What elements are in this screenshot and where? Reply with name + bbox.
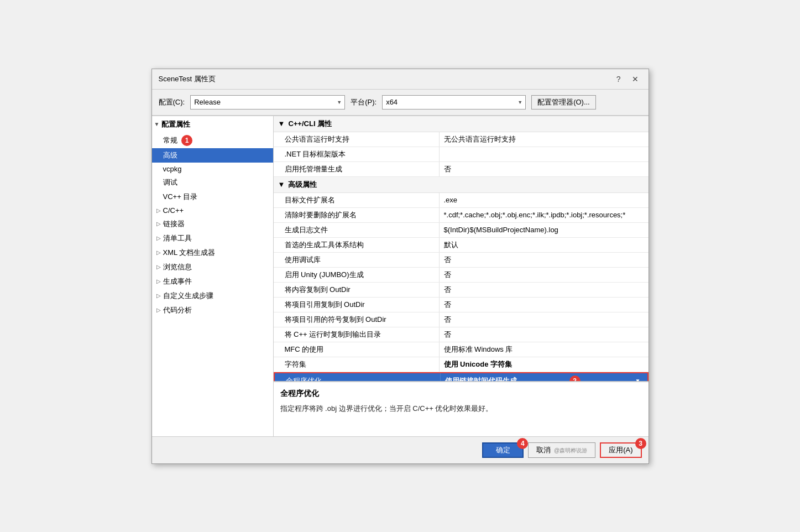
section-title: 高级属性 xyxy=(288,180,317,190)
platform-select[interactable]: x64 xyxy=(382,95,526,109)
tree-item-label: C/C++ xyxy=(163,206,184,215)
prop-name: 将内容复制到 OutDir xyxy=(274,283,440,297)
tree-item-vc-dirs[interactable]: VC++ 目录 xyxy=(152,190,273,204)
prop-value: 使用 Unicode 字符集 xyxy=(440,357,649,372)
prop-value: 否 xyxy=(440,327,649,342)
ok-button[interactable]: 确定 4 xyxy=(482,442,524,458)
expand-icon: ▷ xyxy=(156,207,161,213)
tree-section-code-analysis[interactable]: ▷ 代码分析 xyxy=(152,303,273,317)
tree-section-browse[interactable]: ▷ 浏览信息 xyxy=(152,260,273,274)
section-label: 配置属性 xyxy=(161,119,190,129)
prop-row-debuglib[interactable]: 使用调试库 否 xyxy=(274,253,649,268)
prop-row-log[interactable]: 生成日志文件 $(IntDir)$(MSBuildProjectName).lo… xyxy=(274,223,649,238)
tree-item-label: 生成事件 xyxy=(163,277,192,286)
apply-button[interactable]: 应用(A) 3 xyxy=(600,442,641,458)
prop-row-charset[interactable]: 字符集 使用 Unicode 字符集 xyxy=(274,357,649,372)
window-title: SceneTest 属性页 xyxy=(159,74,216,84)
prop-name: 目标文件扩展名 xyxy=(274,193,440,207)
expand-icon: ▷ xyxy=(156,235,161,241)
prop-row-managed[interactable]: 启用托管增量生成 否 xyxy=(274,162,649,177)
prop-value: 否 xyxy=(440,253,649,267)
left-panel: ▼ 配置属性 常规 1 高级 vcpkg 调试 VC++ 目录 ▷ xyxy=(152,116,274,436)
tree-section-manifest[interactable]: ▷ 清单工具 xyxy=(152,231,273,246)
title-bar: SceneTest 属性页 ? ✕ xyxy=(152,69,649,90)
badge-2: 2 xyxy=(569,375,581,381)
close-button[interactable]: ✕ xyxy=(629,74,642,85)
right-panel: ▼ C++/CLI 属性 公共语言运行时支持 无公共语言运行时支持 .NET 目… xyxy=(274,116,649,436)
prop-name: 字符集 xyxy=(274,357,440,372)
tree-item-label: 高级 xyxy=(163,151,177,159)
prop-row-net[interactable]: .NET 目标框架版本 xyxy=(274,147,649,162)
prop-row-toolarch[interactable]: 首选的生成工具体系结构 默认 xyxy=(274,238,649,253)
prop-row-copy-content[interactable]: 将内容复制到 OutDir 否 xyxy=(274,283,649,298)
prop-name: .NET 目标框架版本 xyxy=(274,147,440,161)
prop-row-copy-sym[interactable]: 将项目引用的符号复制到 OutDir 否 xyxy=(274,312,649,327)
config-select-wrap: Release xyxy=(190,95,345,109)
badge-1: 1 xyxy=(181,135,192,146)
tree-section-linker[interactable]: ▷ 链接器 xyxy=(152,217,273,231)
prop-row-copy-rt[interactable]: 将 C++ 运行时复制到输出目录 否 xyxy=(274,327,649,342)
tree-item-label: 自定义生成步骤 xyxy=(163,291,213,301)
prop-name: 生成日志文件 xyxy=(274,223,440,237)
tree-item-label: 链接器 xyxy=(163,219,185,229)
toolbar: 配置(C): Release 平台(P): x64 配置管理器(O)... xyxy=(152,90,649,116)
platform-label: 平台(P): xyxy=(351,97,377,107)
tree-item-vcpkg[interactable]: vcpkg xyxy=(152,163,273,175)
prop-row-unity[interactable]: 启用 Unity (JUMBO)生成 否 xyxy=(274,268,649,283)
prop-name: 将 C++ 运行时复制到输出目录 xyxy=(274,327,440,342)
cancel-button[interactable]: 取消 @森明桦说游 xyxy=(528,442,595,458)
collapse-icon: ▼ xyxy=(154,121,160,127)
expand-icon: ▷ xyxy=(156,293,161,299)
expand-icon: ▷ xyxy=(156,307,161,313)
prop-row-clean[interactable]: 清除时要删除的扩展名 *.cdf;*.cache;*.obj;*.obj.enc… xyxy=(274,208,649,223)
prop-name: 首选的生成工具体系结构 xyxy=(274,238,440,252)
cpp-cli-section-header: ▼ C++/CLI 属性 xyxy=(274,116,649,132)
cancel-label: 取消 xyxy=(536,446,551,454)
platform-select-wrap: x64 xyxy=(382,95,526,109)
prop-name: 使用调试库 xyxy=(274,253,440,267)
tree-item-debug[interactable]: 调试 xyxy=(152,175,273,190)
prop-value: 否 xyxy=(440,268,649,282)
tree-section-xml[interactable]: ▷ XML 文档生成器 xyxy=(152,246,273,260)
props-table: ▼ C++/CLI 属性 公共语言运行时支持 无公共语言运行时支持 .NET 目… xyxy=(274,116,649,381)
prop-name: MFC 的使用 xyxy=(274,342,440,357)
prop-row-copy-proj[interactable]: 将项目引用复制到 OutDir 否 xyxy=(274,298,649,312)
prop-value: *.cdf;*.cache;*.obj;*.obj.enc;*.ilk;*.ip… xyxy=(440,208,649,222)
main-content: ▼ 配置属性 常规 1 高级 vcpkg 调试 VC++ 目录 ▷ xyxy=(152,116,649,436)
prop-value: 使用链接时间代码生成 2 ▼ xyxy=(441,373,647,381)
config-manager-button[interactable]: 配置管理器(O)... xyxy=(531,95,596,109)
prop-value: 无公共语言运行时支持 xyxy=(440,132,649,147)
tree-section-build-events[interactable]: ▷ 生成事件 xyxy=(152,274,273,289)
prop-name: 启用托管增量生成 xyxy=(274,162,440,176)
tree-item-advanced[interactable]: 高级 xyxy=(152,148,273,163)
expand-icon: ▷ xyxy=(156,221,161,227)
section-collapse-icon: ▼ xyxy=(278,180,285,189)
prop-value: 否 xyxy=(440,162,649,176)
prop-row-ext[interactable]: 目标文件扩展名 .exe xyxy=(274,193,649,208)
help-button[interactable]: ? xyxy=(613,74,624,85)
prop-value: $(IntDir)$(MSBuildProjectName).log xyxy=(440,223,649,237)
prop-name: 将项目引用的符号复制到 OutDir xyxy=(274,312,440,327)
advanced-section-header: ▼ 高级属性 xyxy=(274,177,649,193)
prop-name: 公共语言运行时支持 xyxy=(274,132,440,147)
expand-icon: ▷ xyxy=(156,278,161,284)
tree-item-label: 代码分析 xyxy=(163,305,192,315)
tree-item-label: XML 文档生成器 xyxy=(163,248,216,258)
tree-section-cpp[interactable]: ▷ C/C++ xyxy=(152,204,273,217)
bottom-buttons: 确定 4 取消 @森明桦说游 应用(A) 3 xyxy=(152,436,649,463)
prop-row-mfc[interactable]: MFC 的使用 使用标准 Windows 库 xyxy=(274,342,649,357)
tree-item-label: vcpkg xyxy=(163,165,182,173)
tree-section-config-props[interactable]: ▼ 配置属性 xyxy=(152,116,273,133)
prop-name: 将项目引用复制到 OutDir xyxy=(274,298,440,312)
tree-item-general[interactable]: 常规 1 xyxy=(152,133,273,148)
prop-row-wpo[interactable]: 全程序优化 使用链接时间代码生成 2 ▼ xyxy=(274,372,649,381)
desc-title: 全程序优化 xyxy=(280,389,642,399)
tree-section-custom-build[interactable]: ▷ 自定义生成步骤 xyxy=(152,289,273,303)
tree-item-label: 调试 xyxy=(163,178,177,186)
tree-item-label: 清单工具 xyxy=(163,233,192,243)
prop-row-clr[interactable]: 公共语言运行时支持 无公共语言运行时支持 xyxy=(274,132,649,147)
prop-value: 否 xyxy=(440,283,649,297)
config-select[interactable]: Release xyxy=(190,95,345,109)
cancel-watermark: @森明桦说游 xyxy=(554,447,587,453)
title-bar-buttons: ? ✕ xyxy=(613,74,642,85)
